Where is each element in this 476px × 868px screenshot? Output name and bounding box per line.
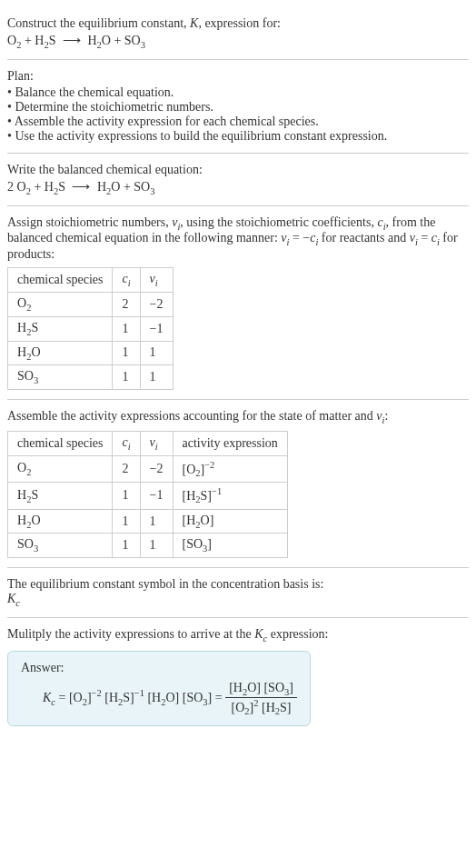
fraction: [H2O] [SO3][O2]2 [H2S]: [225, 681, 297, 716]
header-c: ci: [113, 268, 140, 293]
cell-species: O2: [8, 455, 113, 482]
cell-nu: −1: [140, 483, 173, 509]
cell-nu: −2: [140, 455, 173, 482]
symbol-text: The equilibrium constant symbol in the c…: [7, 577, 469, 592]
cell-c: 1: [113, 341, 140, 365]
cell-c: 2: [113, 292, 140, 316]
eq-part: O: [7, 34, 16, 47]
table-row: O2 2 −2 [O2]−2: [8, 455, 288, 482]
sub-i: i: [155, 278, 158, 288]
eq-part: + H: [21, 34, 44, 47]
act-text: ]: [207, 537, 212, 551]
text-part: expression:: [267, 627, 328, 641]
cell-nu: 1: [140, 365, 173, 390]
cell-nu: 1: [140, 509, 173, 534]
answer-label: Answer:: [21, 661, 297, 675]
k-var: K: [254, 627, 263, 641]
table-row: H2O 1 1: [8, 341, 174, 365]
eq-part: O: [17, 180, 26, 194]
cell-nu: 1: [140, 534, 173, 558]
sub-i: i: [128, 278, 131, 288]
k-var: K: [43, 691, 51, 704]
k-var: K: [190, 16, 198, 30]
species-text: H: [17, 321, 26, 334]
sub-i: i: [128, 442, 131, 452]
cell-species: H2S: [8, 316, 113, 341]
act-text: [H: [183, 514, 196, 527]
header-activity: activity expression: [173, 431, 287, 455]
table-row: O2 2 −2: [8, 292, 174, 316]
table-row: H2S 1 −1 [H2S]−1: [8, 483, 288, 509]
answer-box: Answer: Kc = [O2]−2 [H2S]−1 [H2O] [SO3] …: [7, 651, 311, 726]
table-row: SO3 1 1: [8, 365, 174, 390]
den-part: [H: [259, 700, 275, 713]
header-species: chemical species: [8, 431, 113, 455]
kc-expression: Kc = [O2]−2 [H2S]−1 [H2O] [SO3] = [H2O] …: [21, 681, 297, 716]
eq-sup: −2: [92, 688, 102, 698]
sub-i: i: [155, 442, 158, 452]
prompt-title: Construct the equilibrium constant, K, e…: [7, 16, 469, 31]
cell-species: SO3: [8, 534, 113, 558]
text-part: Assign stoichiometric numbers,: [7, 215, 172, 229]
table-header-row: chemical species ci νi activity expressi…: [8, 431, 288, 455]
plan-item: Assemble the activity expression for eac…: [7, 115, 469, 129]
species-text: S: [31, 321, 38, 334]
cell-activity: [H2O]: [173, 509, 287, 534]
plan-item: Use the activity expressions to build th…: [7, 129, 469, 144]
activity-table: chemical species ci νi activity expressi…: [7, 431, 288, 558]
numerator: [H2O] [SO3]: [225, 681, 297, 698]
text-part: Assemble the activity expressions accoun…: [7, 409, 376, 423]
eq-part: [H: [144, 691, 161, 704]
kc-symbol: Kc: [7, 592, 469, 608]
cell-c: 1: [113, 534, 140, 558]
denominator: [O2]2 [H2S]: [225, 698, 297, 716]
c-sub: c: [15, 598, 20, 608]
act-text: O]: [201, 514, 214, 527]
eq-sub: 3: [141, 40, 145, 50]
cell-activity: [SO3]: [173, 534, 287, 558]
text-part: for reactants and: [318, 231, 409, 244]
prompt-text-b: , expression for:: [198, 16, 281, 30]
arrow-icon: ⟶: [72, 180, 90, 194]
eq-part: S: [49, 34, 56, 47]
header-species: chemical species: [8, 268, 113, 293]
species-text: SO: [17, 537, 34, 551]
act-text: S]: [201, 489, 212, 503]
num-part: O] [SO: [247, 681, 284, 694]
eq-part: O] [SO: [165, 691, 203, 704]
eq-sub: 3: [150, 186, 154, 196]
symbol-section: The equilibrium constant symbol in the c…: [7, 568, 469, 618]
species-text: S: [31, 488, 38, 502]
species-text: H: [17, 514, 26, 527]
plan-item: Determine the stoichiometric numbers.: [7, 100, 469, 115]
plan-section: Plan: Balance the chemical equation. Det…: [7, 60, 469, 154]
species-text: O: [17, 296, 26, 310]
cell-nu: −2: [140, 292, 173, 316]
text-part: Mulitply the activity expressions to arr…: [7, 627, 254, 641]
species-sub: 2: [26, 303, 31, 313]
eq-part: S: [58, 180, 65, 194]
k-var: K: [7, 592, 15, 605]
eq-part: S]: [123, 691, 134, 704]
stoich-section: Assign stoichiometric numbers, νi, using…: [7, 206, 469, 401]
species-sub: 2: [26, 467, 31, 477]
den-part: [O: [232, 700, 245, 713]
eq-part: O + SO: [102, 34, 141, 47]
cell-nu: −1: [140, 316, 173, 341]
species-sub: 3: [34, 375, 38, 385]
eq-part: ] =: [208, 691, 226, 704]
cell-c: 1: [113, 365, 140, 390]
activity-text: Assemble the activity expressions accoun…: [7, 409, 469, 425]
act-sup: −2: [204, 460, 214, 470]
eq-part: O + SO: [111, 180, 150, 194]
num-part: ]: [289, 681, 293, 694]
cell-c: 1: [113, 483, 140, 509]
species-sub: 3: [34, 544, 38, 554]
header-c: ci: [113, 431, 140, 455]
species-text: O: [31, 345, 40, 359]
table-row: H2O 1 1 [H2O]: [8, 509, 288, 534]
balanced-equation: 2 O2 + H2S ⟶ H2O + SO3: [7, 179, 469, 196]
text-part: = −: [289, 231, 310, 244]
cell-c: 1: [113, 316, 140, 341]
final-text: Mulitply the activity expressions to arr…: [7, 627, 469, 644]
